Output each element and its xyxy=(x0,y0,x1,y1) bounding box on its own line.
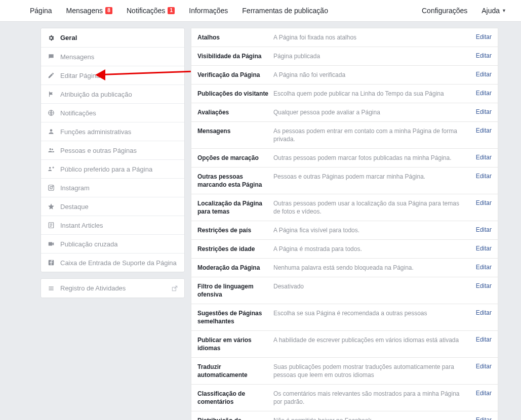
list-icon xyxy=(47,284,55,292)
settings-row-desc: Pessoas e outras Páginas podem marcar mi… xyxy=(273,173,471,181)
settings-row[interactable]: Localização da Página para temasOutras p… xyxy=(191,194,498,221)
badge: 8 xyxy=(105,7,112,14)
edit-link[interactable]: Editar xyxy=(471,108,492,115)
edit-link[interactable]: Editar xyxy=(471,90,492,97)
sidebar-item-label: Atribuição da publicação xyxy=(60,91,132,98)
settings-row-label: Avaliações xyxy=(197,108,273,116)
settings-row[interactable]: Filtro de linguagem ofensivaDesativadoEd… xyxy=(191,277,498,304)
nav-pagina[interactable]: Página xyxy=(23,0,59,21)
star-icon xyxy=(47,202,55,211)
sidebar-item-label: Funções administrativas xyxy=(60,128,131,136)
nav-notificacoes[interactable]: Notificações1 xyxy=(119,0,182,21)
settings-row-desc: Escolha se sua Página é recomendada a ou… xyxy=(273,309,471,317)
sidebar-item-label: Destaque xyxy=(60,203,89,211)
sidebar-item-geral[interactable]: Geral xyxy=(41,28,184,47)
sidebar-item-label: Caixa de Entrada de Suporte da Página xyxy=(60,259,177,267)
settings-row[interactable]: Publicações do visitanteEscolha quem pod… xyxy=(191,84,498,103)
edit-link[interactable]: Editar xyxy=(471,264,492,271)
sidebar-item-publico[interactable]: Público preferido para a Página xyxy=(41,159,184,178)
settings-row-label: Classificação de comentários xyxy=(197,390,273,406)
sidebar-item-publicacao-cruzada[interactable]: Publicação cruzada xyxy=(41,234,184,253)
settings-row[interactable]: Distribuição de conteúdoNão é permitido … xyxy=(191,411,498,420)
sidebar-item-label: Instant Articles xyxy=(60,222,103,229)
settings-row-desc: Não é permitido baixar no Facebook. xyxy=(273,416,471,420)
edit-link[interactable]: Editar xyxy=(471,127,492,134)
settings-row[interactable]: Outras pessoas marcando esta PáginaPesso… xyxy=(191,167,498,194)
settings-row[interactable]: AtalhosA Página foi fixada nos atalhosEd… xyxy=(191,28,498,47)
edit-link[interactable]: Editar xyxy=(471,52,492,59)
sidebar-item-pessoas[interactable]: Pessoas e outras Páginas xyxy=(41,141,184,159)
settings-row-label: Localização da Página para temas xyxy=(197,199,273,216)
sidebar-item-instant-articles[interactable]: Instant Articles xyxy=(41,216,184,234)
nav-configuracoes[interactable]: Configurações xyxy=(415,0,474,21)
svg-point-4 xyxy=(49,167,51,169)
sidebar-item-destaque[interactable]: Destaque xyxy=(41,197,184,216)
settings-row[interactable]: Sugestões de Páginas semelhantesEscolha … xyxy=(191,304,498,331)
edit-link[interactable]: Editar xyxy=(471,33,492,40)
sidebar-item-atribuicao[interactable]: Atribuição da publicação xyxy=(41,85,184,103)
edit-link[interactable]: Editar xyxy=(471,416,492,420)
settings-row[interactable]: Traduzir automaticamenteSuas publicações… xyxy=(191,357,498,385)
edit-link[interactable]: Editar xyxy=(471,363,492,370)
settings-row-desc: Suas publicações podem mostrar traduções… xyxy=(273,363,471,379)
nav-mensagens[interactable]: Mensagens8 xyxy=(59,0,119,21)
people-icon xyxy=(47,146,55,154)
settings-row[interactable]: Opções de marcaçãoOutras pessoas podem m… xyxy=(191,148,498,167)
nav-label: Configurações xyxy=(422,7,467,15)
edit-link[interactable]: Editar xyxy=(471,173,492,180)
article-icon xyxy=(47,221,55,229)
edit-link[interactable]: Editar xyxy=(471,199,492,206)
settings-row[interactable]: Restrições de paísA Página fica visível … xyxy=(191,221,498,240)
sidebar-item-editar-pagina[interactable]: Editar Página xyxy=(41,66,184,85)
target-audience-icon xyxy=(47,165,55,173)
edit-link[interactable]: Editar xyxy=(471,309,492,316)
sidebar-item-label: Notificações xyxy=(60,109,96,117)
edit-link[interactable]: Editar xyxy=(471,71,492,78)
nav-label: Notificações xyxy=(127,7,165,15)
edit-link[interactable]: Editar xyxy=(471,282,492,289)
settings-row-desc: Outras pessoas podem marcar fotos public… xyxy=(273,154,471,162)
settings-row[interactable]: Classificação de comentáriosOs comentári… xyxy=(191,384,498,411)
edit-link[interactable]: Editar xyxy=(471,245,492,252)
settings-row[interactable]: MensagensAs pessoas podem entrar em cont… xyxy=(191,121,498,149)
settings-row-desc: Desativado xyxy=(273,282,471,290)
settings-row-label: Restrições de país xyxy=(197,226,273,234)
nav-ferramentas[interactable]: Ferramentas de publicação xyxy=(235,0,335,21)
nav-label: Mensagens xyxy=(66,7,103,15)
sidebar-item-registro[interactable]: Registro de Atividades xyxy=(41,279,184,298)
edit-link[interactable]: Editar xyxy=(471,336,492,343)
settings-row-label: Verificação da Página xyxy=(197,71,273,79)
settings-row[interactable]: AvaliaçõesQualquer pessoa pode avaliar a… xyxy=(191,103,498,122)
nav-ajuda[interactable]: Ajuda▼ xyxy=(474,0,513,21)
settings-row-label: Opções de marcação xyxy=(197,154,273,162)
sidebar-item-label: Público preferido para a Página xyxy=(60,165,152,173)
settings-row[interactable]: Publicar em vários idiomasA habilidade d… xyxy=(191,330,498,358)
settings-row-desc: A Página fica visível para todos. xyxy=(273,226,471,234)
external-link-icon xyxy=(171,285,178,292)
flag-icon xyxy=(47,90,55,98)
settings-row-label: Publicar em vários idiomas xyxy=(197,336,273,352)
sidebar-item-notificacoes[interactable]: Notificações xyxy=(41,103,184,122)
sidebar-item-mensagens[interactable]: Mensagens xyxy=(41,47,184,66)
settings-row-desc: A Página não foi verificada xyxy=(273,71,471,79)
sidebar-item-label: Registro de Atividades xyxy=(60,284,126,292)
svg-point-2 xyxy=(50,148,52,150)
nav-label: Página xyxy=(30,7,52,15)
facebook-icon xyxy=(47,259,55,267)
edit-link[interactable]: Editar xyxy=(471,226,492,233)
nav-informacoes[interactable]: Informações xyxy=(182,0,235,21)
edit-link[interactable]: Editar xyxy=(471,154,492,161)
settings-row[interactable]: Verificação da PáginaA Página não foi ve… xyxy=(191,65,498,85)
settings-list: AtalhosA Página foi fixada nos atalhosEd… xyxy=(191,28,498,420)
sidebar-item-instagram[interactable]: Instagram xyxy=(41,178,184,197)
settings-row[interactable]: Moderação da PáginaNenhuma palavra está … xyxy=(191,258,498,277)
nav-label: Ferramentas de publicação xyxy=(242,7,328,15)
settings-row-label: Visibilidade da Página xyxy=(197,52,273,60)
settings-row[interactable]: Restrições de idadeA Página é mostrada p… xyxy=(191,239,498,259)
sidebar: Geral Mensagens Editar Página Atribuição… xyxy=(41,28,185,304)
edit-link[interactable]: Editar xyxy=(471,390,492,397)
settings-row-label: Distribuição de conteúdo xyxy=(197,416,273,420)
sidebar-item-funcoes[interactable]: Funções administrativas xyxy=(41,122,184,141)
sidebar-item-suporte[interactable]: Caixa de Entrada de Suporte da Página xyxy=(41,253,184,272)
settings-row[interactable]: Visibilidade da PáginaPágina publicadaEd… xyxy=(191,47,498,66)
